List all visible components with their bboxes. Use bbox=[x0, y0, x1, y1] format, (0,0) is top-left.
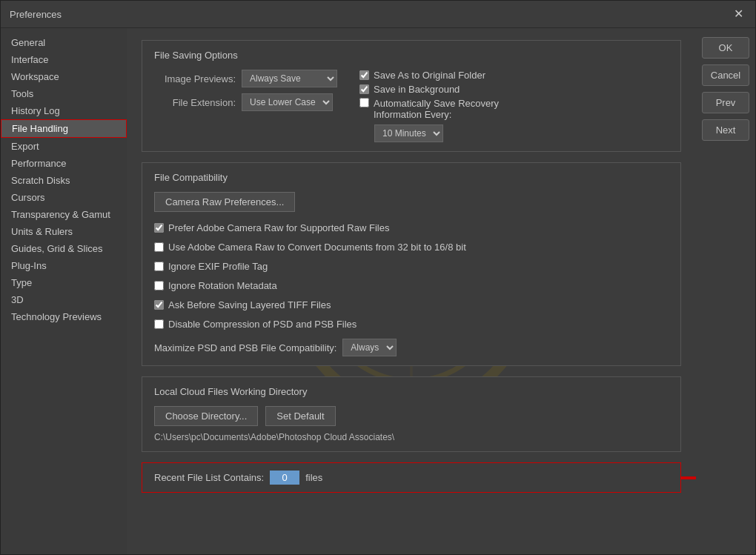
sidebar-item-guides--grid---slices[interactable]: Guides, Grid & Slices bbox=[1, 240, 127, 257]
image-previews-row: Image Previews: Always Save Never Save A… bbox=[154, 70, 337, 87]
auto-save-label2: Information Every: bbox=[374, 109, 452, 120]
auto-save-checkbox[interactable] bbox=[359, 98, 369, 107]
arrow-indicator bbox=[681, 469, 696, 487]
recent-label: Recent File List Contains: bbox=[154, 472, 264, 483]
sidebar-item-workspace[interactable]: Workspace bbox=[1, 68, 127, 85]
sidebar-item-general[interactable]: General bbox=[1, 34, 127, 51]
sidebar-item-3d[interactable]: 3D bbox=[1, 291, 127, 308]
image-previews-label: Image Previews: bbox=[154, 73, 236, 84]
cloud-buttons: Choose Directory... Set Default bbox=[154, 406, 669, 426]
auto-save-row: Automatically Save Recovery Information … bbox=[359, 98, 499, 120]
auto-save-label1: Automatically Save Recovery bbox=[374, 98, 499, 109]
maximize-row: Maximize PSD and PSB File Compatibility:… bbox=[154, 339, 669, 356]
local-cloud-title: Local Cloud Files Working Directory bbox=[154, 386, 669, 397]
save-in-background-checkbox[interactable] bbox=[359, 84, 369, 94]
ok-button[interactable]: OK bbox=[702, 37, 749, 59]
compat-label-2: Ignore EXIF Profile Tag bbox=[168, 261, 268, 272]
sidebar-item-units---rulers[interactable]: Units & Rulers bbox=[1, 223, 127, 240]
file-extension-select[interactable]: Use Lower Case Use Upper Case bbox=[242, 93, 333, 111]
dialog-title: Preferences bbox=[10, 9, 62, 20]
save-as-original-checkbox[interactable] bbox=[359, 70, 369, 80]
local-cloud-section: Local Cloud Files Working Directory Choo… bbox=[142, 376, 681, 452]
file-compat-section: File Compatibility Camera Raw Preference… bbox=[142, 162, 681, 366]
image-previews-select[interactable]: Always Save Never Save Ask When Saving bbox=[242, 70, 337, 87]
auto-save-label-block: Automatically Save Recovery Information … bbox=[374, 98, 499, 120]
preferences-dialog: Preferences ✕ GeneralInterfaceWorkspaceT… bbox=[0, 0, 756, 555]
file-extension-label: File Extension: bbox=[154, 97, 236, 108]
file-saving-title: File Saving Options bbox=[154, 50, 669, 61]
compat-label-0: Prefer Adobe Camera Raw for Supported Ra… bbox=[168, 222, 389, 233]
compat-checkbox-0[interactable] bbox=[154, 223, 164, 233]
main-content: M.P H.S.G File Saving Options Image Prev… bbox=[127, 28, 696, 554]
save-in-background-row: Save in Background bbox=[359, 84, 499, 95]
sidebar-item-performance[interactable]: Performance bbox=[1, 155, 127, 172]
sidebar-item-interface[interactable]: Interface bbox=[1, 51, 127, 68]
title-bar: Preferences ✕ bbox=[1, 1, 755, 28]
compat-label-5: Disable Compression of PSD and PSB Files bbox=[168, 319, 357, 330]
cloud-path: C:\Users\pc\Documents\Adobe\Photoshop Cl… bbox=[154, 432, 669, 442]
save-as-original-label: Save As to Original Folder bbox=[374, 70, 485, 81]
file-compat-title: File Compatibility bbox=[154, 172, 669, 183]
sidebar: GeneralInterfaceWorkspaceToolsHistory Lo… bbox=[1, 28, 127, 554]
compat-checkbox-1[interactable] bbox=[154, 242, 164, 252]
maximize-select[interactable]: Always Never Ask bbox=[342, 339, 397, 356]
compat-label-3: Ignore Rotation Metadata bbox=[168, 280, 277, 291]
dialog-body: GeneralInterfaceWorkspaceToolsHistory Lo… bbox=[1, 28, 755, 554]
compat-cb-4: Ask Before Saving Layered TIFF Files bbox=[154, 299, 669, 310]
compat-checkboxes: Prefer Adobe Camera Raw for Supported Ra… bbox=[154, 222, 669, 333]
compat-cb-2: Ignore EXIF Profile Tag bbox=[154, 261, 669, 272]
sidebar-item-plug-ins[interactable]: Plug-Ins bbox=[1, 257, 127, 274]
compat-cb-5: Disable Compression of PSD and PSB Files bbox=[154, 319, 669, 330]
sidebar-item-cursors[interactable]: Cursors bbox=[1, 189, 127, 206]
compat-cb-0: Prefer Adobe Camera Raw for Supported Ra… bbox=[154, 222, 669, 233]
content-area: File Saving Options Image Previews: Alwa… bbox=[142, 40, 681, 493]
sidebar-item-tools[interactable]: Tools bbox=[1, 85, 127, 102]
file-saving-left: Image Previews: Always Save Never Save A… bbox=[154, 70, 337, 142]
compat-label-1: Use Adobe Camera Raw to Convert Document… bbox=[168, 242, 466, 253]
compat-checkbox-4[interactable] bbox=[154, 300, 164, 310]
compat-cb-1: Use Adobe Camera Raw to Convert Document… bbox=[154, 242, 669, 253]
sidebar-item-export[interactable]: Export bbox=[1, 138, 127, 155]
close-button[interactable]: ✕ bbox=[731, 7, 746, 21]
next-button[interactable]: Next bbox=[702, 119, 749, 141]
set-default-button[interactable]: Set Default bbox=[265, 406, 335, 426]
recent-files-suffix: files bbox=[305, 472, 322, 483]
file-saving-section: File Saving Options Image Previews: Alwa… bbox=[142, 40, 681, 152]
maximize-label: Maximize PSD and PSB File Compatibility: bbox=[154, 342, 336, 353]
interval-select[interactable]: 10 Minutes 1 Minute 5 Minutes 15 Minutes… bbox=[374, 124, 443, 142]
compat-checkbox-5[interactable] bbox=[154, 319, 164, 329]
sidebar-item-scratch-disks[interactable]: Scratch Disks bbox=[1, 172, 127, 189]
camera-raw-prefs-button[interactable]: Camera Raw Preferences... bbox=[154, 192, 295, 212]
cancel-button[interactable]: Cancel bbox=[702, 64, 749, 86]
save-as-original-row: Save As to Original Folder bbox=[359, 70, 499, 81]
sidebar-item-type[interactable]: Type bbox=[1, 274, 127, 291]
sidebar-item-file-handling[interactable]: File Handling bbox=[1, 119, 127, 138]
prev-button[interactable]: Prev bbox=[702, 92, 749, 113]
interval-row: 10 Minutes 1 Minute 5 Minutes 15 Minutes… bbox=[374, 124, 499, 142]
recent-files-input[interactable] bbox=[270, 471, 299, 485]
file-saving-right: Save As to Original Folder Save in Backg… bbox=[359, 70, 499, 142]
sidebar-item-history-log[interactable]: History Log bbox=[1, 102, 127, 119]
compat-checkbox-2[interactable] bbox=[154, 262, 164, 271]
file-extension-row: File Extension: Use Lower Case Use Upper… bbox=[154, 93, 337, 111]
save-in-background-label: Save in Background bbox=[374, 84, 460, 95]
right-buttons-panel: OK Cancel Prev Next bbox=[696, 28, 755, 554]
recent-files-section: Recent File List Contains: files bbox=[142, 462, 681, 493]
compat-checkbox-3[interactable] bbox=[154, 281, 164, 290]
sidebar-item-technology-previews[interactable]: Technology Previews bbox=[1, 308, 127, 325]
sidebar-item-transparency---gamut[interactable]: Transparency & Gamut bbox=[1, 206, 127, 223]
choose-directory-button[interactable]: Choose Directory... bbox=[154, 406, 258, 426]
compat-label-4: Ask Before Saving Layered TIFF Files bbox=[168, 299, 331, 310]
compat-cb-3: Ignore Rotation Metadata bbox=[154, 280, 669, 291]
